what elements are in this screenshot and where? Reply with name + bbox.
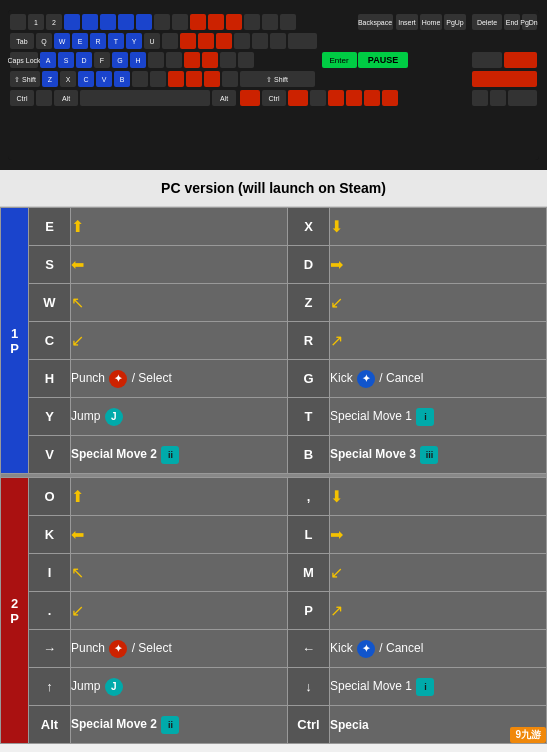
svg-text:V: V (102, 76, 107, 83)
arrow-up-icon: ⬆ (71, 488, 84, 505)
value-cell: ↗ (330, 322, 547, 360)
svg-text:Insert: Insert (398, 19, 416, 26)
svg-rect-55 (270, 33, 286, 49)
svg-rect-116 (310, 90, 326, 106)
sm2-icon-p2: ii (161, 716, 179, 734)
svg-rect-97 (168, 71, 184, 87)
arrow-right-icon: ➡ (330, 526, 343, 543)
player1-label: 1P (1, 208, 29, 474)
svg-rect-120 (382, 90, 398, 106)
key-cell: L (288, 516, 330, 554)
value-cell: ⬅ (71, 516, 288, 554)
sm3-icon-p1: iii (420, 446, 438, 464)
svg-text:Enter: Enter (329, 56, 348, 65)
arrow-upleft-icon: ↖ (71, 564, 84, 581)
svg-rect-118 (346, 90, 362, 106)
keyboard-visual: 1 2 Backspace Insert Home PgUp Delete En… (8, 10, 539, 160)
svg-text:⇧ Shift: ⇧ Shift (14, 76, 36, 83)
value-cell: ↖ (71, 554, 288, 592)
table-row: ↑ Jump J ↓ Special Move 1 i (1, 668, 547, 706)
punch-icon-p2: ✦ (109, 640, 127, 658)
svg-text:Delete: Delete (477, 19, 497, 26)
sm1-cell-p2: Special Move 1 i (330, 668, 547, 706)
key-cell: C (29, 322, 71, 360)
svg-rect-16 (244, 14, 260, 30)
jump-cell-p1: Jump J (71, 398, 288, 436)
svg-rect-82 (504, 52, 537, 68)
table-row: H Punch ✦ / Select G Kick ✦ / Cancel (1, 360, 547, 398)
watermark: 9九游 (510, 727, 546, 743)
svg-rect-14 (208, 14, 224, 30)
key-cell: . (29, 592, 71, 630)
arrow-downright-icon: ↙ (71, 332, 84, 349)
svg-text:Q: Q (41, 38, 47, 46)
table-row: I ↖ M ↙ (1, 554, 547, 592)
value-cell: ↙ (330, 554, 547, 592)
svg-text:D: D (81, 57, 86, 64)
value-cell: ↙ (71, 322, 288, 360)
svg-text:Alt: Alt (62, 95, 70, 102)
arrow-down-icon: ⬇ (330, 488, 343, 505)
svg-text:Alt: Alt (220, 95, 228, 102)
svg-rect-81 (472, 52, 502, 68)
svg-rect-18 (280, 14, 296, 30)
svg-text:G: G (117, 57, 122, 64)
key-cell: Ctrl (288, 706, 330, 744)
svg-text:C: C (83, 76, 88, 83)
svg-rect-99 (204, 71, 220, 87)
table-section: PC version (will launch on Steam) 1P E ⬆… (0, 170, 547, 744)
key-cell: E (29, 208, 71, 246)
svg-rect-15 (226, 14, 242, 30)
key-cell: H (29, 360, 71, 398)
svg-text:F: F (100, 57, 104, 64)
svg-text:Z: Z (48, 76, 53, 83)
sm1-cell-p1: Special Move 1 i (330, 398, 547, 436)
svg-rect-56 (288, 33, 317, 49)
svg-text:Home: Home (422, 19, 441, 26)
table-row: C ↙ R ↗ (1, 322, 547, 360)
svg-rect-17 (262, 14, 278, 30)
table-row: S ⬅ D ➡ (1, 246, 547, 284)
sm1-icon-p1: i (416, 408, 434, 426)
svg-text:H: H (135, 57, 140, 64)
svg-text:E: E (78, 38, 83, 45)
svg-rect-73 (184, 52, 200, 68)
sm2-cell-p2: Special Move 2 ii (71, 706, 288, 744)
svg-rect-123 (508, 90, 537, 106)
svg-rect-100 (222, 71, 238, 87)
svg-rect-51 (198, 33, 214, 49)
value-cell: ⬆ (71, 478, 288, 516)
key-cell: X (288, 208, 330, 246)
svg-rect-95 (132, 71, 148, 87)
value-cell: ⬅ (71, 246, 288, 284)
table-row: Y Jump J T Special Move 1 i (1, 398, 547, 436)
table-row: W ↖ Z ↙ (1, 284, 547, 322)
arrow-upright-icon: ↗ (330, 602, 343, 619)
key-cell: S (29, 246, 71, 284)
key-cell: D (288, 246, 330, 284)
svg-rect-10 (136, 14, 152, 30)
svg-rect-103 (472, 71, 537, 87)
punch-select-cell-p2: Punch ✦ / Select (71, 630, 288, 668)
jump-cell-p2: Jump J (71, 668, 288, 706)
key-cell: R (288, 322, 330, 360)
key-cell: T (288, 398, 330, 436)
kick-icon-p2: ✦ (357, 640, 375, 658)
jump-icon-p1: J (105, 408, 123, 426)
svg-rect-109 (80, 90, 210, 106)
svg-rect-106 (36, 90, 52, 106)
key-cell: P (288, 592, 330, 630)
key-cell: B (288, 436, 330, 474)
jump-icon-p2: J (105, 678, 123, 696)
svg-text:W: W (59, 38, 66, 45)
svg-text:X: X (66, 76, 71, 83)
header-title-text: PC version (will launch on Steam) (161, 180, 386, 196)
table-row: Alt Special Move 2 ii Ctrl Specia9九游 (1, 706, 547, 744)
arrow-down-icon: ⬇ (330, 218, 343, 235)
svg-rect-72 (166, 52, 182, 68)
player2-label: 2P (1, 478, 29, 744)
svg-text:B: B (120, 76, 125, 83)
svg-text:PgUp: PgUp (446, 19, 464, 27)
svg-rect-12 (172, 14, 188, 30)
svg-rect-115 (288, 90, 308, 106)
